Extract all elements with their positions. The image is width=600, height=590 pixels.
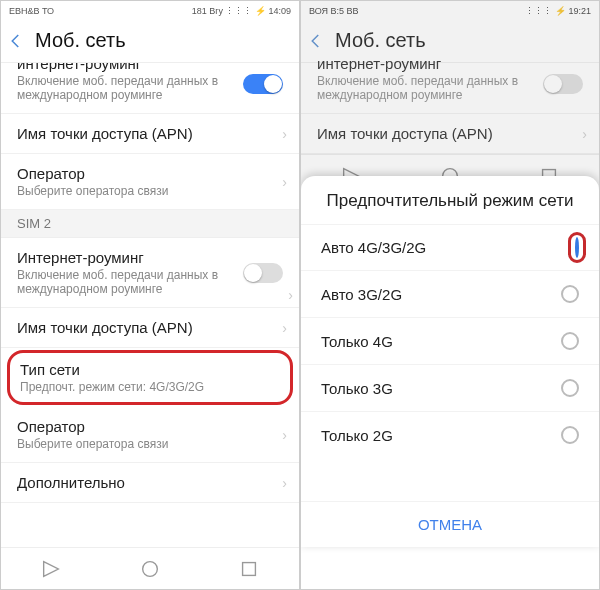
network-mode-dialog: Предпочтительный режим сети Авто 4G/3G/2… (301, 176, 599, 547)
item-sub: Выберите оператора связи (17, 437, 283, 451)
item-label: интернет-роуминг (317, 55, 583, 72)
phone-left: ЕВН&В ТО 181 Вгу ⋮⋮⋮ ⚡ 14:09 Моб. сеть и… (0, 0, 300, 590)
option-label: Только 4G (321, 333, 393, 350)
nav-back-icon[interactable] (40, 558, 62, 580)
radio-option-auto4g[interactable]: Авто 4G/3G/2G (301, 224, 599, 270)
apn-item[interactable]: Имя точки доступа (APN) › (1, 114, 299, 154)
svg-point-0 (143, 561, 158, 576)
radio-option-auto3g[interactable]: Авто 3G/2G (301, 270, 599, 317)
settings-list: интернет-роуминг Включение моб. передачи… (1, 63, 299, 547)
radio-option-only2g[interactable]: Только 2G (301, 411, 599, 458)
page-title: Моб. сеть (35, 29, 126, 52)
background-content: Моб. сеть интернет-роуминг Включение моб… (301, 21, 599, 154)
chevron-right-icon: › (582, 126, 587, 142)
additional-item[interactable]: Дополнительно › (1, 463, 299, 503)
nav-home-icon[interactable] (139, 558, 161, 580)
roaming-toggle-item[interactable]: интернет-роуминг Включение моб. передачи… (1, 63, 299, 114)
roaming2-item[interactable]: Интернет-роуминг Включение моб. передачи… (1, 238, 299, 308)
option-label: Только 2G (321, 427, 393, 444)
back-icon[interactable] (307, 32, 325, 50)
radio-icon[interactable] (575, 237, 579, 258)
status-left: ВОЯ В:5 ВВ (309, 6, 359, 16)
item-label: интернет-роуминг (17, 63, 283, 72)
option-label: Только 3G (321, 380, 393, 397)
operator2-item[interactable]: Оператор Выберите оператора связи › (1, 407, 299, 463)
chevron-right-icon: › (282, 174, 287, 190)
status-left: ЕВН&В ТО (9, 6, 54, 16)
status-bar: ВОЯ В:5 ВВ ⋮⋮⋮ ⚡ 19:21 (301, 1, 599, 21)
operator-item[interactable]: Оператор Выберите оператора связи › (1, 154, 299, 210)
item-label: Имя точки доступа (APN) (17, 125, 283, 142)
highlight-ring (568, 232, 586, 263)
toggle-switch[interactable] (243, 74, 283, 94)
status-right: ⋮⋮⋮ ⚡ 19:21 (525, 6, 591, 16)
chevron-right-icon: › (288, 287, 293, 303)
item-label: Оператор (17, 165, 283, 182)
header: Моб. сеть (1, 21, 299, 63)
item-sub: Предпочт. режим сети: 4G/3G/2G (20, 380, 280, 394)
item-label: Тип сети (20, 361, 280, 378)
radio-icon[interactable] (561, 426, 579, 444)
item-sub: Выберите оператора связи (17, 184, 283, 198)
apn-item: Имя точки доступа (APN) › (301, 114, 599, 154)
chevron-right-icon: › (282, 427, 287, 443)
radio-icon[interactable] (561, 332, 579, 350)
item-label: Имя точки доступа (APN) (317, 125, 583, 142)
toggle-switch (543, 74, 583, 94)
radio-icon[interactable] (561, 285, 579, 303)
item-label: Дополнительно (17, 474, 283, 491)
chevron-right-icon: › (282, 475, 287, 491)
back-icon[interactable] (7, 32, 25, 50)
radio-option-only4g[interactable]: Только 4G (301, 317, 599, 364)
cancel-button[interactable]: ОТМЕНА (301, 501, 599, 547)
item-label: Имя точки доступа (APN) (17, 319, 283, 336)
item-label: Интернет-роуминг (17, 249, 283, 266)
network-type-item[interactable]: Тип сети Предпочт. режим сети: 4G/3G/2G … (7, 350, 293, 405)
dialog-title: Предпочтительный режим сети (301, 176, 599, 224)
page-title: Моб. сеть (335, 29, 426, 52)
option-label: Авто 4G/3G/2G (321, 239, 426, 256)
nav-recent-icon[interactable] (238, 558, 260, 580)
radio-icon[interactable] (561, 379, 579, 397)
chevron-right-icon: › (282, 320, 287, 336)
item-label: Оператор (17, 418, 283, 435)
roaming-item: интернет-роуминг Включение моб. передачи… (301, 55, 599, 114)
phone-right: ВОЯ В:5 ВВ ⋮⋮⋮ ⚡ 19:21 Моб. сеть интерне… (300, 0, 600, 590)
section-sim2: SIM 2 (1, 210, 299, 238)
navbar (1, 547, 299, 589)
chevron-right-icon: › (282, 126, 287, 142)
status-bar: ЕВН&В ТО 181 Вгу ⋮⋮⋮ ⚡ 14:09 (1, 1, 299, 21)
status-right: 181 Вгу ⋮⋮⋮ ⚡ 14:09 (192, 6, 291, 16)
radio-option-only3g[interactable]: Только 3G (301, 364, 599, 411)
svg-rect-1 (243, 562, 256, 575)
toggle-switch[interactable] (243, 263, 283, 283)
apn2-item[interactable]: Имя точки доступа (APN) › (1, 308, 299, 348)
option-label: Авто 3G/2G (321, 286, 402, 303)
